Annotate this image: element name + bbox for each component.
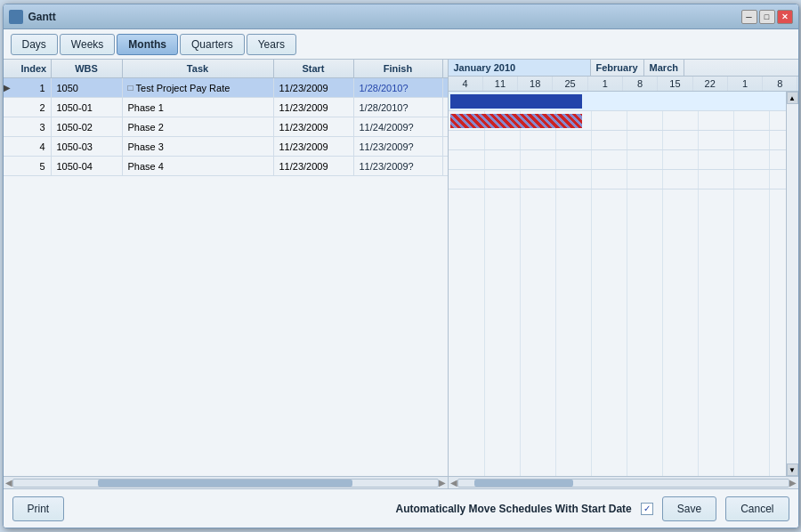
arrow-col-header bbox=[4, 60, 16, 77]
titlebar: Gantt ─ □ ✕ bbox=[4, 4, 798, 29]
table-row[interactable]: 4 1050-03 Phase 3 11/23/2009 11/23/2009? bbox=[4, 137, 448, 157]
vscroll-track[interactable] bbox=[787, 104, 798, 463]
cell-finish-1: 1/28/2010? bbox=[354, 78, 443, 97]
gantt-scroll-left-btn[interactable]: ◀ bbox=[450, 478, 457, 488]
phase-bar-2 bbox=[450, 114, 582, 128]
table-row[interactable]: 5 1050-04 Phase 4 11/23/2009 11/23/2009? bbox=[4, 157, 448, 176]
gantt-week-11: 11 bbox=[483, 77, 518, 91]
tab-days[interactable]: Days bbox=[11, 34, 58, 55]
expand-icon-1[interactable]: □ bbox=[128, 83, 134, 93]
titlebar-buttons: ─ □ ✕ bbox=[741, 10, 793, 24]
cell-index-4: 4 bbox=[16, 137, 52, 156]
gantt-bar-1 bbox=[450, 94, 582, 109]
gantt-scroll-right-btn[interactable]: ▶ bbox=[789, 478, 797, 488]
cell-wbs-4: 1050-03 bbox=[52, 137, 123, 156]
gantt-week-1b: 1 bbox=[728, 77, 763, 91]
close-button[interactable]: ✕ bbox=[777, 10, 793, 24]
left-scrollbar-thumb[interactable] bbox=[98, 480, 352, 487]
cell-wbs-1: 1050 bbox=[52, 78, 123, 97]
gantt-week-8a: 8 bbox=[623, 77, 658, 91]
cell-wbs-3: 1050-02 bbox=[52, 117, 123, 136]
tab-years[interactable]: Years bbox=[247, 34, 296, 55]
gantt-vscrollbar[interactable]: ▲ ▼ bbox=[786, 92, 798, 476]
cell-wbs-2: 1050-01 bbox=[52, 98, 123, 117]
auto-move-label: Automatically Move Schedules With Start … bbox=[395, 503, 631, 515]
gantt-scrollbar-thumb[interactable] bbox=[474, 480, 573, 487]
scroll-right-btn[interactable]: ▶ bbox=[439, 478, 446, 488]
tab-quarters[interactable]: Quarters bbox=[180, 34, 245, 55]
cell-finish-4: 11/23/2009? bbox=[354, 137, 443, 156]
summary-bar-1 bbox=[450, 94, 582, 109]
gantt-hscrollbar[interactable]: ◀ ▶ bbox=[449, 476, 798, 488]
cell-index-5: 5 bbox=[16, 157, 52, 175]
cell-task-5: Phase 4 bbox=[123, 157, 274, 175]
col-header-wbs: WBS bbox=[52, 60, 123, 77]
gantt-body: ▲ ▼ bbox=[449, 92, 798, 476]
gantt-month-march: March bbox=[644, 60, 684, 76]
app-icon bbox=[9, 10, 23, 24]
gantt-bar-2 bbox=[450, 114, 582, 128]
gantt-week-15: 15 bbox=[658, 77, 692, 91]
footer: Print Automatically Move Schedules With … bbox=[4, 488, 798, 528]
auto-move-checkbox[interactable] bbox=[641, 503, 653, 515]
gantt-week-4: 4 bbox=[449, 77, 483, 91]
cell-index-2: 2 bbox=[16, 98, 52, 117]
gantt-months-row: January 2010 February March bbox=[449, 60, 798, 77]
gantt-weeks-row: 4 11 18 25 1 8 15 22 1 8 bbox=[449, 77, 798, 91]
col-header-index: Index bbox=[16, 60, 52, 77]
maximize-button[interactable]: □ bbox=[759, 10, 775, 24]
titlebar-left: Gantt bbox=[9, 10, 56, 24]
gantt-week-25: 25 bbox=[553, 77, 587, 91]
col-header-start: Start bbox=[274, 60, 354, 77]
tab-weeks[interactable]: Weeks bbox=[60, 34, 115, 55]
gantt-week-1a: 1 bbox=[588, 77, 623, 91]
gantt-week-22: 22 bbox=[693, 77, 728, 91]
gantt-row-2[interactable] bbox=[449, 111, 798, 131]
vscroll-down-btn[interactable]: ▼ bbox=[787, 463, 798, 476]
save-button[interactable]: Save bbox=[662, 496, 716, 521]
table-body[interactable]: ▶ 1 1050 □ Test Project Pay Rate 11/23/2… bbox=[4, 78, 448, 476]
table-row[interactable]: ▶ 1 1050 □ Test Project Pay Rate 11/23/2… bbox=[4, 78, 448, 98]
cell-start-1: 11/23/2009 bbox=[274, 78, 354, 97]
row-arrow-1: ▶ bbox=[4, 83, 16, 93]
table-header: Index WBS Task Start Finish bbox=[4, 60, 448, 78]
gantt-month-january: January 2010 bbox=[449, 60, 591, 76]
cancel-button[interactable]: Cancel bbox=[725, 496, 789, 521]
window-title: Gantt bbox=[28, 11, 56, 23]
gantt-row-4[interactable] bbox=[449, 150, 798, 170]
minimize-button[interactable]: ─ bbox=[741, 10, 757, 24]
cell-task-4: Phase 3 bbox=[123, 137, 274, 156]
gantt-row-3[interactable] bbox=[449, 131, 798, 150]
gantt-row-5[interactable] bbox=[449, 170, 798, 189]
col-header-task: Task bbox=[123, 60, 274, 77]
vscroll-up-btn[interactable]: ▲ bbox=[787, 92, 798, 104]
left-scrollbar-track[interactable] bbox=[12, 479, 439, 488]
main-window: Gantt ─ □ ✕ Days Weeks Months Quarters Y… bbox=[3, 4, 799, 528]
cell-task-1: □ Test Project Pay Rate bbox=[123, 78, 274, 97]
cell-index-1: 1 bbox=[16, 78, 52, 97]
toolbar: Days Weeks Months Quarters Years bbox=[4, 29, 798, 60]
gantt-row-1[interactable] bbox=[449, 92, 798, 111]
gantt-month-february: February bbox=[591, 60, 644, 76]
cell-start-4: 11/23/2009 bbox=[274, 137, 354, 156]
cell-finish-5: 11/23/2009? bbox=[354, 157, 443, 175]
left-scrollbar[interactable]: ◀ ▶ bbox=[4, 476, 448, 488]
content-area: Index WBS Task Start Finish ▶ 1 1050 □ T… bbox=[4, 60, 798, 488]
tab-months[interactable]: Months bbox=[117, 34, 178, 55]
cell-task-3: Phase 2 bbox=[123, 117, 274, 136]
col-header-finish: Finish bbox=[354, 60, 443, 77]
cell-index-3: 3 bbox=[16, 117, 52, 136]
scroll-left-btn[interactable]: ◀ bbox=[5, 478, 12, 488]
table-row[interactable]: 2 1050-01 Phase 1 11/23/2009 1/28/2010? bbox=[4, 98, 448, 117]
print-button[interactable]: Print bbox=[12, 496, 65, 521]
table-row[interactable]: 3 1050-02 Phase 2 11/23/2009 11/24/2009? bbox=[4, 117, 448, 137]
cell-wbs-5: 1050-04 bbox=[52, 157, 123, 175]
gantt-panel: January 2010 February March 4 11 18 25 1… bbox=[449, 60, 798, 488]
gantt-week-8b: 8 bbox=[763, 77, 797, 91]
cell-start-5: 11/23/2009 bbox=[274, 157, 354, 175]
cell-task-2: Phase 1 bbox=[123, 98, 274, 117]
cell-start-3: 11/23/2009 bbox=[274, 117, 354, 136]
gantt-scrollbar-track[interactable] bbox=[457, 479, 789, 488]
task-table-panel: Index WBS Task Start Finish ▶ 1 1050 □ T… bbox=[4, 60, 449, 488]
gantt-week-18: 18 bbox=[518, 77, 553, 91]
